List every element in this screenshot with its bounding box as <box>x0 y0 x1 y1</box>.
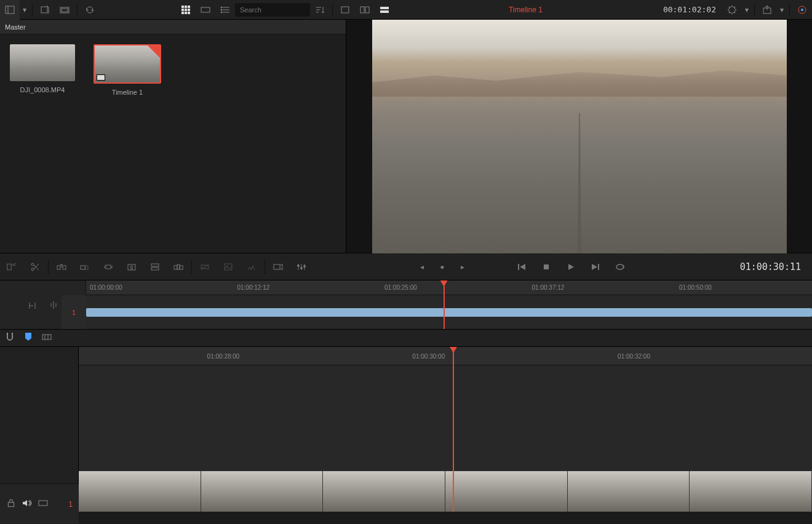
svg-rect-49 <box>180 266 183 269</box>
sort-icon[interactable] <box>310 0 330 20</box>
video-track-area[interactable] <box>79 365 812 488</box>
svg-point-59 <box>301 267 303 269</box>
svg-rect-4 <box>62 9 68 12</box>
speaker-icon[interactable] <box>22 498 32 510</box>
svg-rect-61 <box>518 264 519 270</box>
mini-playhead[interactable] <box>444 280 445 329</box>
duration-timecode: 00:01:02:02 <box>657 5 722 14</box>
export-icon[interactable] <box>757 0 777 20</box>
marker-icon[interactable] <box>23 332 33 344</box>
play-icon[interactable] <box>560 253 581 280</box>
svg-rect-13 <box>188 12 190 14</box>
source-overwrite-icon[interactable] <box>167 253 190 280</box>
sync-bin-icon[interactable] <box>266 253 290 280</box>
playhead-timecode[interactable]: 01:00:30:11 <box>729 261 812 272</box>
go-end-icon[interactable] <box>585 253 606 280</box>
video-track-icon[interactable] <box>38 498 48 510</box>
svg-rect-40 <box>81 266 85 269</box>
media-clip[interactable]: Timeline 1 <box>94 44 161 96</box>
svg-rect-6 <box>185 6 187 8</box>
place-on-top-icon[interactable] <box>143 253 167 280</box>
main-ruler[interactable]: 01:00:28:00 01:00:30:00 01:00:32:00 <box>79 347 812 365</box>
list-view-icon[interactable] <box>215 0 235 20</box>
append-icon[interactable] <box>73 253 97 280</box>
mixer-icon[interactable] <box>290 253 313 280</box>
svg-rect-11 <box>181 12 184 14</box>
jog-icon[interactable]: ● <box>436 253 448 280</box>
view-mode-3-icon[interactable] <box>375 0 394 20</box>
picture-icon[interactable] <box>217 253 240 280</box>
lock-tracks-icon[interactable] <box>25 292 40 319</box>
scissors-icon[interactable] <box>23 253 47 280</box>
main-playhead[interactable] <box>453 347 454 512</box>
track-headers: 1 <box>0 347 79 512</box>
sidebar-toggle-icon[interactable] <box>0 0 20 20</box>
magnet-icon[interactable] <box>5 332 15 344</box>
tools-icon[interactable] <box>722 0 742 20</box>
go-start-icon[interactable] <box>511 253 532 280</box>
search-input[interactable] <box>235 3 310 17</box>
chevron-down-icon[interactable]: ▾ <box>777 0 787 20</box>
media-clip[interactable]: DJI_0008.MP4 <box>10 44 75 96</box>
next-frame-icon[interactable]: ▸ <box>452 253 473 280</box>
svg-point-18 <box>221 7 222 8</box>
timeline-clip[interactable] <box>79 471 812 512</box>
svg-rect-52 <box>225 264 232 270</box>
project-settings-icon[interactable] <box>792 0 812 20</box>
stop-icon[interactable] <box>536 253 557 280</box>
svg-point-20 <box>221 12 222 13</box>
mini-timeline: 01:00:00:00 01:00:12:12 01:00:25:00 01:0… <box>0 280 812 330</box>
svg-line-51 <box>201 265 209 269</box>
loop-icon[interactable] <box>610 253 631 280</box>
mini-track-label[interactable]: 1 <box>62 295 86 329</box>
svg-line-36 <box>34 265 39 270</box>
grid-view-icon[interactable] <box>176 0 196 20</box>
import-media-icon[interactable] <box>35 0 55 20</box>
viewer[interactable] <box>346 20 812 253</box>
svg-rect-9 <box>185 9 187 11</box>
svg-rect-27 <box>380 7 389 9</box>
chevron-down-icon[interactable]: ▾ <box>742 0 752 20</box>
svg-point-19 <box>221 9 222 10</box>
svg-text:zZ: zZ <box>12 263 17 266</box>
svg-rect-39 <box>63 266 66 269</box>
svg-rect-7 <box>188 6 190 8</box>
strip-view-icon[interactable] <box>196 0 215 20</box>
prev-frame-icon[interactable]: ◂ <box>412 253 432 280</box>
view-mode-2-icon[interactable] <box>355 0 375 20</box>
svg-line-37 <box>34 264 39 269</box>
timeline-name: Timeline 1 <box>509 6 543 14</box>
folder-breadcrumb[interactable]: Master <box>0 20 346 34</box>
audio-track-header[interactable]: 1 <box>0 483 79 524</box>
mini-ruler[interactable]: 01:00:00:00 01:00:12:12 01:00:25:00 01:0… <box>86 280 812 295</box>
transition-icon[interactable] <box>193 253 217 280</box>
svg-rect-45 <box>151 264 159 266</box>
mini-clip[interactable] <box>86 308 812 317</box>
svg-rect-0 <box>6 6 14 14</box>
ripple-overwrite-icon[interactable] <box>97 253 120 280</box>
flag-icon[interactable] <box>42 332 52 344</box>
svg-rect-26 <box>365 7 369 13</box>
mini-track[interactable] <box>86 303 812 322</box>
audio-track-area[interactable] <box>79 471 812 512</box>
svg-point-34 <box>31 263 34 266</box>
svg-rect-66 <box>598 264 599 270</box>
effects-icon[interactable] <box>240 253 263 280</box>
boring-detector-icon[interactable]: zZ <box>0 253 23 280</box>
svg-marker-65 <box>592 264 597 270</box>
split-tracks-icon[interactable] <box>46 292 61 319</box>
svg-rect-24 <box>341 7 349 13</box>
clip-label: Timeline 1 <box>112 89 143 96</box>
svg-rect-42 <box>106 265 111 269</box>
svg-rect-5 <box>181 6 184 8</box>
chevron-down-icon[interactable]: ▾ <box>20 0 30 20</box>
sync-icon[interactable] <box>80 0 100 20</box>
view-mode-1-icon[interactable] <box>335 0 355 20</box>
svg-rect-70 <box>8 502 14 507</box>
top-toolbar: ▾ Timeline 1 00:01:02:02 ▾ ▾ <box>0 0 812 20</box>
close-up-icon[interactable] <box>120 253 143 280</box>
lock-icon[interactable] <box>6 498 16 510</box>
import-folder-icon[interactable] <box>55 0 74 20</box>
smart-insert-icon[interactable] <box>50 253 73 280</box>
svg-rect-48 <box>177 264 180 269</box>
